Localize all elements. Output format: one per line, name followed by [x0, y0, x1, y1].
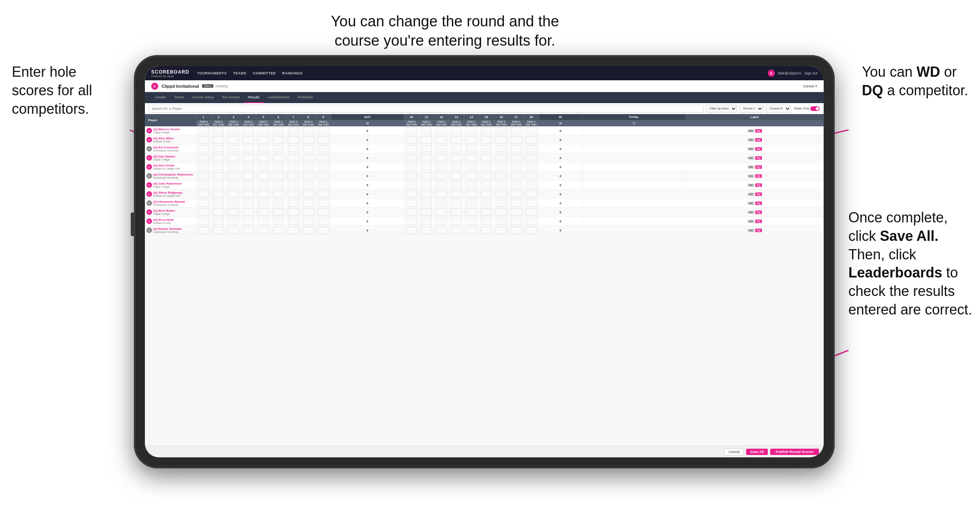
score-input-hole-1[interactable]	[198, 181, 209, 189]
score-input-hole-14[interactable]	[466, 154, 477, 161]
score-input-hole-5[interactable]	[258, 145, 269, 152]
score-hole-15[interactable]	[479, 163, 494, 172]
score-hole-4[interactable]	[241, 208, 256, 217]
score-input-hole-5[interactable]	[258, 209, 269, 216]
score-input-hole-1[interactable]	[198, 145, 209, 152]
score-input-hole-6[interactable]	[273, 218, 284, 225]
dq-button[interactable]: DQ	[755, 138, 762, 142]
dq-button[interactable]: DQ	[755, 147, 762, 151]
score-input-hole-4[interactable]	[243, 163, 254, 170]
score-input-hole-10[interactable]	[406, 136, 417, 143]
score-input-hole-11[interactable]	[421, 163, 432, 170]
score-input-hole-10[interactable]	[406, 163, 417, 170]
score-hole-3[interactable]	[226, 163, 241, 172]
score-hole-17[interactable]	[509, 199, 524, 208]
score-input-hole-5[interactable]	[258, 218, 269, 225]
score-hole-16[interactable]	[494, 208, 509, 217]
score-input-hole-9[interactable]	[318, 209, 329, 216]
score-input-hole-7[interactable]	[288, 154, 299, 161]
dq-button[interactable]: DQ	[755, 202, 762, 205]
score-hole-4[interactable]	[241, 126, 256, 135]
score-input-hole-17[interactable]	[511, 136, 522, 143]
score-hole-6[interactable]	[271, 181, 286, 190]
score-input-hole-17[interactable]	[511, 127, 522, 134]
score-input-hole-8[interactable]	[303, 145, 314, 152]
score-hole-10[interactable]	[404, 190, 419, 199]
score-input-hole-15[interactable]	[481, 127, 492, 134]
score-input-hole-18[interactable]	[526, 209, 537, 216]
score-input-hole-9[interactable]	[318, 136, 329, 143]
score-input-hole-17[interactable]	[511, 181, 522, 189]
score-input-hole-13[interactable]	[451, 172, 462, 179]
score-input-hole-7[interactable]	[288, 209, 299, 216]
score-hole-5[interactable]	[256, 163, 271, 172]
score-input-hole-13[interactable]	[451, 136, 462, 143]
score-input-hole-9[interactable]	[318, 154, 329, 161]
score-input-hole-8[interactable]	[303, 190, 314, 198]
score-hole-7[interactable]	[286, 163, 301, 172]
score-hole-9[interactable]	[316, 163, 331, 172]
score-input-hole-17[interactable]	[511, 172, 522, 179]
score-hole-13[interactable]	[449, 144, 464, 153]
score-hole-5[interactable]	[256, 126, 271, 135]
score-input-hole-2[interactable]	[213, 200, 224, 207]
score-input-hole-10[interactable]	[406, 154, 417, 161]
score-hole-3[interactable]	[226, 135, 241, 144]
score-input-hole-15[interactable]	[481, 163, 492, 170]
score-input-hole-16[interactable]	[496, 163, 507, 170]
score-input-hole-10[interactable]	[406, 145, 417, 152]
score-input-hole-11[interactable]	[421, 154, 432, 161]
score-hole-14[interactable]	[464, 199, 479, 208]
score-input-hole-4[interactable]	[243, 200, 254, 207]
score-hole-12[interactable]	[434, 208, 449, 217]
score-hole-2[interactable]	[211, 190, 226, 199]
score-hole-5[interactable]	[256, 181, 271, 190]
cancel-button[interactable]: Cancel X	[803, 84, 817, 88]
score-hole-8[interactable]	[301, 199, 316, 208]
score-hole-9[interactable]	[316, 153, 331, 163]
score-input-hole-1[interactable]	[198, 200, 209, 207]
score-hole-5[interactable]	[256, 190, 271, 199]
score-hole-6[interactable]	[271, 163, 286, 172]
score-hole-14[interactable]	[464, 172, 479, 181]
score-hole-8[interactable]	[301, 172, 316, 181]
score-hole-16[interactable]	[494, 199, 509, 208]
wd-button[interactable]: WD	[747, 192, 754, 196]
score-hole-8[interactable]	[301, 153, 316, 163]
score-hole-15[interactable]	[479, 217, 494, 226]
score-input-hole-12[interactable]	[436, 172, 447, 179]
score-input-hole-9[interactable]	[318, 200, 329, 207]
score-input-hole-4[interactable]	[243, 154, 254, 161]
score-input-hole-12[interactable]	[436, 145, 447, 152]
score-input-hole-14[interactable]	[466, 145, 477, 152]
score-hole-5[interactable]	[256, 226, 271, 235]
score-hole-4[interactable]	[241, 199, 256, 208]
score-input-hole-15[interactable]	[481, 181, 492, 189]
score-input-hole-3[interactable]	[228, 227, 239, 234]
score-input-hole-13[interactable]	[451, 200, 462, 207]
score-hole-7[interactable]	[286, 126, 301, 135]
score-input-hole-10[interactable]	[406, 190, 417, 198]
score-input-hole-13[interactable]	[451, 163, 462, 170]
score-input-hole-12[interactable]	[436, 181, 447, 189]
score-hole-3[interactable]	[226, 190, 241, 199]
score-input-hole-11[interactable]	[421, 227, 432, 234]
score-hole-6[interactable]	[271, 135, 286, 144]
score-hole-18[interactable]	[524, 217, 539, 226]
score-hole-13[interactable]	[449, 172, 464, 181]
score-input-hole-17[interactable]	[511, 145, 522, 152]
score-input-hole-13[interactable]	[451, 127, 462, 134]
score-hole-12[interactable]	[434, 172, 449, 181]
score-hole-12[interactable]	[434, 126, 449, 135]
score-input-hole-16[interactable]	[496, 181, 507, 189]
score-hole-5[interactable]	[256, 217, 271, 226]
score-hole-9[interactable]	[316, 144, 331, 153]
score-hole-9[interactable]	[316, 199, 331, 208]
score-input-hole-11[interactable]	[421, 145, 432, 152]
score-input-hole-10[interactable]	[406, 218, 417, 225]
score-hole-2[interactable]	[211, 181, 226, 190]
score-input-hole-4[interactable]	[243, 181, 254, 189]
score-hole-16[interactable]	[494, 153, 509, 163]
tab-results[interactable]: Results	[244, 92, 264, 103]
score-hole-6[interactable]	[271, 126, 286, 135]
